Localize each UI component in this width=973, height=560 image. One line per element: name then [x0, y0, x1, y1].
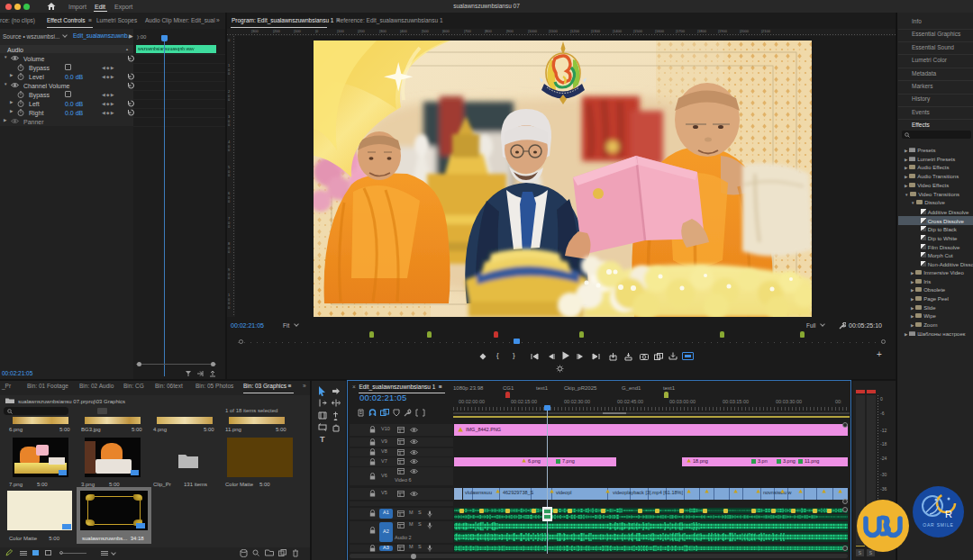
svg-text:R: R: [945, 509, 952, 519]
svg-text:OAR SMILE: OAR SMILE: [923, 522, 953, 528]
